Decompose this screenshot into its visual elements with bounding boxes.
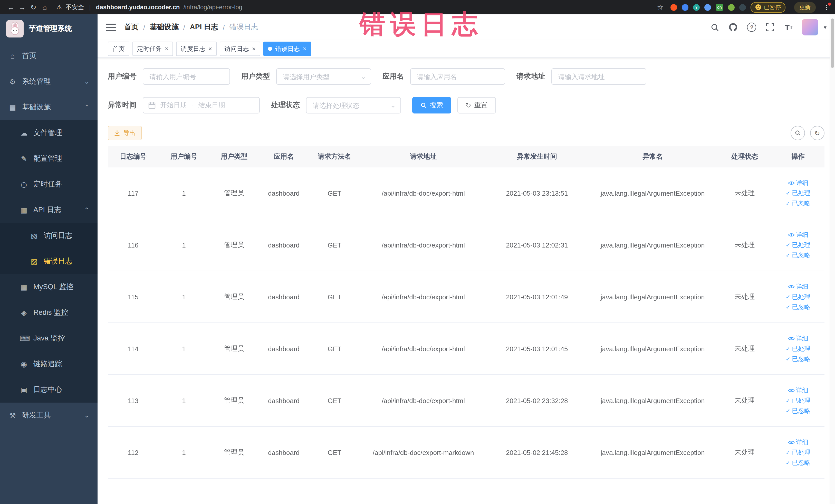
sidebar-item-log-center[interactable]: ▣ 日志中心 — [0, 377, 98, 403]
font-size-icon[interactable]: TT — [784, 22, 794, 32]
mark-processed-link[interactable]: ✓ 已处理 — [786, 396, 810, 405]
cell-app-name: dashboard — [259, 375, 309, 426]
detail-link[interactable]: 详细 — [788, 334, 808, 343]
detail-link[interactable]: 详细 — [788, 178, 808, 187]
view-tab[interactable]: 调度日志 × — [176, 42, 217, 56]
detail-link[interactable]: 详细 — [788, 386, 808, 395]
user-avatar[interactable] — [802, 19, 819, 36]
app-name-input[interactable] — [410, 68, 505, 85]
app-logo[interactable]: 芋道管理系统 — [0, 14, 98, 43]
view-tab[interactable]: 定时任务 × — [133, 42, 173, 56]
table-toolbar: 导出 ↻ — [108, 126, 824, 140]
tab-close-icon[interactable]: × — [303, 46, 306, 52]
view-tab[interactable]: 首页 × — [108, 42, 129, 56]
update-button[interactable]: 更新 — [794, 2, 816, 13]
mark-processed-link[interactable]: ✓ 已处理 — [786, 241, 810, 249]
sidebar-item-redis-monitor[interactable]: ◈ Redis 监控 — [0, 300, 98, 326]
tab-close-icon[interactable]: × — [252, 46, 256, 52]
toggle-search-button[interactable] — [791, 126, 805, 140]
sidebar-item-api-log[interactable]: ▥ API 日志 ⌃ — [0, 197, 98, 223]
extension-icon-grid[interactable] — [704, 4, 711, 11]
view-tab[interactable]: 错误日志 × — [263, 42, 311, 56]
refresh-table-button[interactable]: ↻ — [810, 126, 824, 140]
export-button[interactable]: 导出 — [108, 126, 142, 140]
sidebar-item-config-management[interactable]: ✎ 配置管理 — [0, 146, 98, 172]
reset-button[interactable]: ↻ 重置 — [457, 97, 496, 114]
url-host: dashboard.yudao.iocoder.cn — [96, 4, 180, 11]
view-tab[interactable]: 访问日志 × — [220, 42, 260, 56]
mark-ignored-link[interactable]: ✓ 已忽略 — [786, 251, 810, 260]
exception-time-range-picker[interactable]: 开始日期 - 结束日期 — [143, 97, 260, 114]
sidebar-item-file-management[interactable]: ☁ 文件管理 — [0, 120, 98, 146]
fullscreen-icon[interactable] — [765, 22, 775, 32]
extension-icon-blue-drop[interactable] — [682, 4, 688, 11]
browser-back-icon[interactable]: ← — [5, 2, 16, 13]
user-type-select[interactable]: ⌄ — [276, 68, 371, 85]
check-icon: ✓ — [786, 242, 790, 248]
search-icon — [795, 130, 801, 136]
mark-ignored-link[interactable]: ✓ 已忽略 — [786, 355, 810, 363]
page-scrollbar[interactable] — [830, 14, 835, 504]
mark-processed-link[interactable]: ✓ 已处理 — [786, 293, 810, 301]
mark-ignored-link[interactable]: ✓ 已忽略 — [786, 199, 810, 208]
sidebar-item-scheduled-jobs[interactable]: ◷ 定时任务 — [0, 172, 98, 197]
extension-icon-orange[interactable] — [670, 4, 677, 11]
sidebar-item-system[interactable]: ⚙ 系统管理 ⌄ — [0, 69, 98, 95]
cell-status: 未处理 — [718, 323, 772, 375]
cell-user-type: 管理员 — [209, 426, 259, 478]
scrollbar-thumb[interactable] — [831, 19, 834, 68]
cell-exception-time: 2021-05-03 12:01:49 — [486, 271, 588, 323]
detail-link[interactable]: 详细 — [788, 282, 808, 291]
clock-icon: ◷ — [20, 180, 28, 188]
table-row: 116 1 管理员 dashboard GET /api/infra/db-do… — [108, 219, 824, 271]
browser-reload-icon[interactable]: ↻ — [28, 2, 39, 13]
help-icon[interactable]: ? — [747, 22, 757, 32]
access-log-icon: ▧ — [30, 231, 39, 240]
mark-ignored-link[interactable]: ✓ 已忽略 — [786, 303, 810, 311]
hamburger-icon[interactable] — [106, 22, 116, 32]
mark-processed-link[interactable]: ✓ 已处理 — [786, 448, 810, 457]
paused-badge[interactable]: 已暂停 — [751, 2, 786, 13]
github-icon[interactable] — [728, 22, 738, 32]
search-button[interactable]: 搜索 — [412, 97, 451, 114]
tab-close-icon[interactable]: × — [208, 46, 212, 52]
sidebar-item-error-log[interactable]: ▨ 错误日志 — [0, 248, 98, 274]
avatar-caret-icon[interactable]: ▾ — [824, 24, 827, 31]
date-end-placeholder: 结束日期 — [199, 101, 225, 110]
cell-method: GET — [308, 271, 360, 323]
tab-close-icon[interactable]: × — [165, 46, 168, 52]
search-icon[interactable] — [710, 22, 720, 32]
address-bar[interactable]: ⚠ 不安全 | dashboard.yudao.iocoder.cn/infra… — [57, 3, 648, 12]
mark-ignored-link[interactable]: ✓ 已忽略 — [786, 406, 810, 415]
sidebar-item-home[interactable]: ⌂ 首页 — [0, 43, 98, 69]
update-notification-dot — [828, 3, 831, 6]
process-status-select[interactable]: ⌄ — [306, 97, 401, 114]
breadcrumb-infrastructure[interactable]: 基础设施 — [150, 23, 179, 32]
date-start-placeholder: 开始日期 — [160, 101, 187, 110]
col-header-status: 处理状态 — [718, 146, 772, 167]
sidebar-item-access-log[interactable]: ▧ 访问日志 — [0, 223, 98, 248]
browser-menu-icon[interactable]: ⋮ — [823, 4, 830, 11]
detail-link[interactable]: 详细 — [788, 438, 808, 446]
mark-processed-link[interactable]: ✓ 已处理 — [786, 189, 810, 198]
browser-home-icon[interactable]: ⌂ — [39, 2, 50, 13]
sidebar-item-trace[interactable]: ◉ 链路追踪 — [0, 351, 98, 377]
bookmark-star-icon[interactable]: ☆ — [655, 2, 666, 13]
breadcrumb-api-log[interactable]: API 日志 — [190, 23, 218, 32]
extension-icon-dark[interactable] — [739, 4, 746, 11]
user-id-input[interactable] — [143, 68, 230, 85]
extension-icon-y[interactable]: Y — [693, 4, 700, 11]
detail-link[interactable]: 详细 — [788, 230, 808, 239]
extension-icon-on[interactable]: on — [716, 4, 724, 11]
request-url-input[interactable] — [551, 68, 646, 85]
mark-processed-link[interactable]: ✓ 已处理 — [786, 344, 810, 353]
mark-ignored-link[interactable]: ✓ 已忽略 — [786, 458, 810, 467]
breadcrumb-home[interactable]: 首页 — [124, 23, 139, 32]
browser-forward-icon[interactable]: → — [16, 2, 28, 13]
extension-icon-green[interactable] — [728, 4, 735, 11]
sidebar-item-mysql-monitor[interactable]: ▦ MySQL 监控 — [0, 274, 98, 300]
sidebar-item-dev-tools[interactable]: ⚒ 研发工具 ⌄ — [0, 403, 98, 428]
sidebar-item-java-monitor[interactable]: ⌨ Java 监控 — [0, 326, 98, 351]
sidebar-item-infrastructure[interactable]: ▤ 基础设施 ⌃ — [0, 95, 98, 120]
cell-app-name: dashboard — [259, 167, 309, 219]
